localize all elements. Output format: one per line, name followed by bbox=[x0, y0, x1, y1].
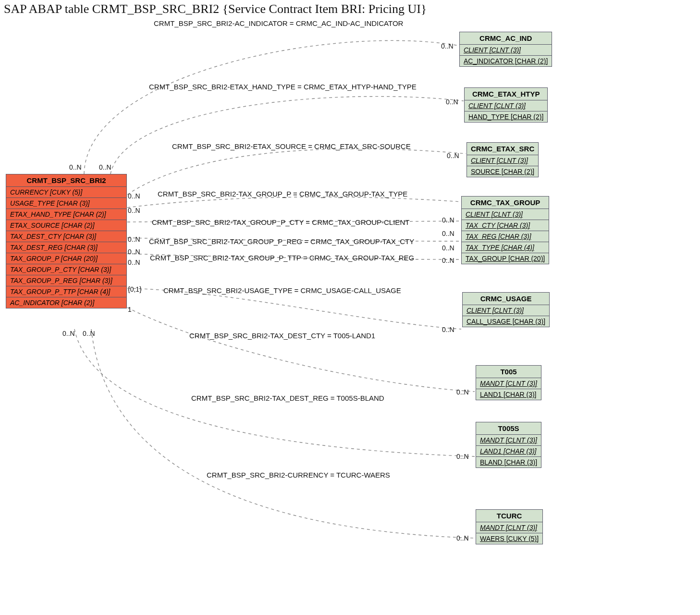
cardinality-label: 0..N bbox=[83, 330, 95, 337]
relationship-label: CRMT_BSP_SRC_BRI2-TAX_GROUP_P_CTY = CRMC… bbox=[152, 218, 409, 226]
table-row: USAGE_TYPE [CHAR (3)] bbox=[6, 198, 126, 209]
table-header: CRMC_ETAX_HTYP bbox=[465, 88, 547, 100]
table-row: TAX_CTY [CHAR (3)] bbox=[462, 220, 549, 231]
table-main-header: CRMT_BSP_SRC_BRI2 bbox=[6, 174, 126, 187]
table-row: TAX_GROUP_P_REG [CHAR (3)] bbox=[6, 275, 126, 286]
table-crmc-etax-src: CRMC_ETAX_SRC CLIENT [CLNT (3)] SOURCE [… bbox=[467, 142, 539, 177]
table-row: BLAND [CHAR (3)] bbox=[476, 457, 541, 467]
table-row: ETAX_SOURCE [CHAR (2)] bbox=[6, 220, 126, 231]
cardinality-label: 0..N bbox=[442, 230, 454, 237]
cardinality-label: 0..N bbox=[128, 258, 140, 266]
table-header: TCURC bbox=[476, 510, 542, 522]
page-title: SAP ABAP table CRMT_BSP_SRC_BRI2 {Servic… bbox=[4, 2, 427, 16]
table-row: ETAX_HAND_TYPE [CHAR (2)] bbox=[6, 209, 126, 220]
cardinality-label: {0,1} bbox=[128, 285, 142, 293]
cardinality-label: 0..N bbox=[99, 163, 111, 171]
cardinality-label: 0..N bbox=[456, 534, 469, 542]
cardinality-label: 0..N bbox=[128, 192, 140, 200]
relationship-label: CRMT_BSP_SRC_BRI2-TAX_GROUP_P_REG = CRMC… bbox=[149, 237, 414, 246]
relationship-label: CRMT_BSP_SRC_BRI2-ETAX_HAND_TYPE = CRMC_… bbox=[149, 83, 417, 91]
relationship-label: CRMT_BSP_SRC_BRI2-CURRENCY = TCURC-WAERS bbox=[207, 471, 390, 479]
table-header: T005S bbox=[476, 422, 541, 435]
cardinality-label: 0..N bbox=[69, 163, 82, 171]
table-row: TAX_GROUP_P [CHAR (20)] bbox=[6, 253, 126, 264]
table-row: CLIENT [CLNT (3)] bbox=[463, 305, 549, 316]
cardinality-label: 0..N bbox=[441, 42, 454, 50]
cardinality-label: 0..N bbox=[446, 98, 458, 106]
table-row: TAX_TYPE [CHAR (4)] bbox=[462, 242, 549, 253]
table-row: MANDT [CLNT (3)] bbox=[476, 378, 541, 389]
table-row: CURRENCY [CUKY (5)] bbox=[6, 187, 126, 198]
table-crmc-tax-group: CRMC_TAX_GROUP CLIENT [CLNT (3)] TAX_CTY… bbox=[461, 196, 549, 264]
cardinality-label: 0..N bbox=[442, 216, 454, 224]
relationship-label: CRMT_BSP_SRC_BRI2-AC_INDICATOR = CRMC_AC… bbox=[154, 19, 403, 27]
table-row: HAND_TYPE [CHAR (2)] bbox=[465, 111, 547, 122]
table-row: MANDT [CLNT (3)] bbox=[476, 435, 541, 446]
cardinality-label: 1 bbox=[128, 306, 132, 313]
table-t005s: T005S MANDT [CLNT (3)] LAND1 [CHAR (3)] … bbox=[476, 422, 541, 468]
table-row: CLIENT [CLNT (3)] bbox=[467, 155, 538, 166]
relationship-label: CRMT_BSP_SRC_BRI2-TAX_GROUP_P_TTP = CRMC… bbox=[150, 254, 414, 262]
cardinality-label: 0..N bbox=[456, 388, 469, 396]
cardinality-label: 0..N bbox=[447, 152, 459, 160]
table-row: AC_INDICATOR [CHAR (2)] bbox=[6, 297, 126, 308]
table-row: TAX_REG [CHAR (3)] bbox=[462, 231, 549, 242]
table-row: AC_INDICATOR [CHAR (2)] bbox=[460, 56, 552, 66]
table-row: LAND1 [CHAR (3)] bbox=[476, 446, 541, 457]
table-row: CLIENT [CLNT (3)] bbox=[462, 209, 549, 220]
relationship-label: CRMT_BSP_SRC_BRI2-TAX_DEST_REG = T005S-B… bbox=[191, 394, 384, 402]
relationship-label: CRMT_BSP_SRC_BRI2-ETAX_SOURCE = CRMC_ETA… bbox=[172, 142, 411, 150]
cardinality-label: 0..N bbox=[442, 326, 454, 333]
table-row: SOURCE [CHAR (2)] bbox=[467, 166, 538, 177]
table-row: WAERS [CUKY (5)] bbox=[476, 533, 542, 544]
table-row: CLIENT [CLNT (3)] bbox=[465, 100, 547, 111]
table-t005: T005 MANDT [CLNT (3)] LAND1 [CHAR (3)] bbox=[476, 365, 541, 400]
table-row: CLIENT [CLNT (3)] bbox=[460, 45, 552, 56]
relationship-label: CRMT_BSP_SRC_BRI2-TAX_DEST_CTY = T005-LA… bbox=[189, 332, 375, 340]
cardinality-label: 0..N bbox=[442, 244, 454, 252]
cardinality-label: 0..N bbox=[128, 248, 140, 256]
relationship-label: CRMT_BSP_SRC_BRI2-TAX_GROUP_P = CRMC_TAX… bbox=[158, 190, 407, 198]
table-row: TAX_DEST_CTY [CHAR (3)] bbox=[6, 231, 126, 242]
table-crmc-usage: CRMC_USAGE CLIENT [CLNT (3)] CALL_USAGE … bbox=[462, 292, 550, 327]
table-row: CALL_USAGE [CHAR (3)] bbox=[463, 316, 549, 327]
relationship-label: CRMT_BSP_SRC_BRI2-USAGE_TYPE = CRMC_USAG… bbox=[163, 286, 401, 295]
cardinality-label: 0..N bbox=[62, 330, 75, 337]
table-header: CRMC_TAX_GROUP bbox=[462, 197, 549, 209]
cardinality-label: 0..N bbox=[456, 453, 469, 460]
table-header: CRMC_USAGE bbox=[463, 293, 549, 305]
table-row: TAX_GROUP_P_TTP [CHAR (4)] bbox=[6, 286, 126, 297]
table-row: TAX_GROUP [CHAR (20)] bbox=[462, 253, 549, 264]
table-row: TAX_DEST_REG [CHAR (3)] bbox=[6, 242, 126, 253]
table-crmc-etax-htyp: CRMC_ETAX_HTYP CLIENT [CLNT (3)] HAND_TY… bbox=[464, 87, 548, 123]
cardinality-label: 0..N bbox=[128, 235, 140, 243]
cardinality-label: 0..N bbox=[128, 207, 140, 214]
table-main: CRMT_BSP_SRC_BRI2 CURRENCY [CUKY (5)] US… bbox=[6, 174, 127, 308]
table-tcurc: TCURC MANDT [CLNT (3)] WAERS [CUKY (5)] bbox=[476, 509, 543, 544]
table-row: TAX_GROUP_P_CTY [CHAR (3)] bbox=[6, 264, 126, 275]
table-header: CRMC_ETAX_SRC bbox=[467, 143, 538, 155]
table-crmc-ac-ind: CRMC_AC_IND CLIENT [CLNT (3)] AC_INDICAT… bbox=[459, 32, 552, 67]
table-row: MANDT [CLNT (3)] bbox=[476, 522, 542, 533]
cardinality-label: 0..N bbox=[442, 257, 454, 264]
table-row: LAND1 [CHAR (3)] bbox=[476, 389, 541, 400]
table-header: CRMC_AC_IND bbox=[460, 32, 552, 45]
table-header: T005 bbox=[476, 366, 541, 378]
